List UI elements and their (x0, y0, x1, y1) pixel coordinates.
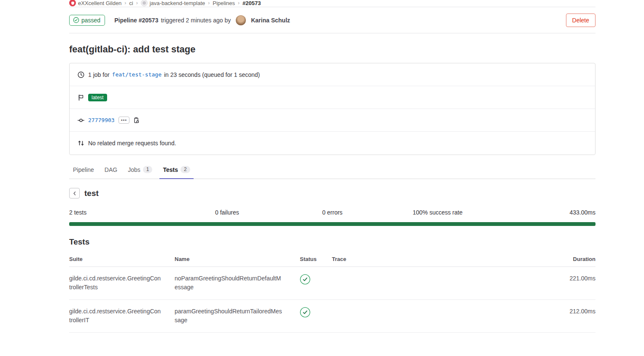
column-header-duration: Duration (541, 256, 595, 262)
suite-name-heading: test (84, 189, 99, 198)
breadcrumb-label: java-backend-template (150, 0, 205, 6)
status-badge[interactable]: passed (69, 15, 105, 26)
breadcrumb-label: Pipelines (213, 0, 235, 6)
tab-label: Pipeline (73, 166, 94, 173)
tests-table: Suite Name Status Trace Duration gilde.c… (69, 249, 595, 333)
column-header-suite: Suite (69, 256, 175, 262)
user-avatar[interactable] (236, 15, 246, 25)
merge-requests-row: No related merge requests found. (70, 132, 595, 155)
group-avatar (69, 0, 76, 6)
status-badge-label: passed (81, 17, 100, 24)
pipeline-tabs: Pipeline DAG Jobs 1 Tests 2 (69, 162, 595, 179)
pipeline-header: passed Pipeline #20573 triggered 2 minut… (69, 7, 595, 33)
author-name[interactable]: Karina Schulz (251, 17, 290, 24)
copy-commit-sha-button[interactable] (133, 117, 140, 124)
test-name-cell: noParamGreetingShouldReturnDefaultMessag… (175, 274, 296, 292)
test-status-cell (296, 274, 332, 285)
clock-icon (78, 71, 84, 78)
breadcrumb-item-group[interactable]: eXXcellent Gilden (69, 0, 121, 6)
breadcrumb-item-project[interactable]: java-backend-template (141, 0, 205, 6)
breadcrumb: eXXcellent Gilden › ci › java-backend-te… (69, 0, 595, 7)
tests-count: 2 tests (69, 209, 175, 216)
chevron-separator-icon: › (208, 0, 210, 6)
tests-section-heading: Tests (69, 237, 595, 247)
latest-badge: latest (88, 94, 107, 101)
jobs-count-badge: 1 (143, 166, 153, 173)
total-duration: 433.00ms (490, 209, 595, 216)
shield-icon (71, 1, 75, 5)
chevron-separator-icon: › (136, 0, 138, 6)
tab-pipeline[interactable]: Pipeline (70, 162, 97, 179)
tab-jobs[interactable]: Jobs 1 (124, 162, 156, 179)
pipeline-summary-text: Pipeline #20573 triggered 2 minutes ago … (114, 15, 290, 25)
expand-commit-button[interactable]: ••• (119, 117, 130, 124)
pipeline-id-label: Pipeline #20573 (114, 17, 158, 24)
test-suite-cell: gilde.ci.cd.restservice.GreetingControll… (69, 274, 175, 292)
breadcrumb-item-pipelines[interactable]: Pipelines (213, 0, 235, 6)
test-summary: 2 tests 0 failures 0 errors 100% success… (69, 209, 595, 216)
errors-count: 0 errors (280, 209, 385, 216)
project-avatar (141, 0, 148, 6)
back-button[interactable] (69, 188, 80, 198)
test-suite-header: test (69, 188, 595, 198)
page-title: feat(gitlab-ci): add test stage (69, 44, 595, 55)
status-passed-icon (300, 307, 310, 318)
test-duration-cell: 221.00ms (541, 274, 595, 283)
tab-label: DAG (105, 166, 117, 173)
column-header-status: Status (296, 256, 332, 262)
table-row[interactable]: gilde.ci.cd.restservice.GreetingControll… (69, 300, 595, 333)
breadcrumb-item-subgroup[interactable]: ci (129, 0, 133, 6)
test-status-cell (296, 307, 332, 318)
commit-row: 27779903 ••• (70, 109, 595, 132)
chevron-left-icon (72, 191, 77, 196)
merge-request-text: No related merge requests found. (88, 140, 176, 147)
breadcrumb-label: eXXcellent Gilden (78, 0, 121, 6)
breadcrumb-item-pipeline-id: #20573 (243, 0, 261, 6)
job-duration-text: in 23 seconds (queued for 1 second) (164, 71, 260, 78)
status-passed-icon (300, 274, 310, 285)
column-header-name: Name (175, 256, 296, 262)
chevron-separator-icon: › (124, 0, 126, 6)
breadcrumb-label: #20573 (243, 0, 261, 6)
latest-row: latest (70, 86, 595, 109)
breadcrumb-label: ci (129, 0, 133, 6)
job-count-text: 1 job for (88, 71, 110, 78)
pipeline-page: eXXcellent Gilden › ci › java-backend-te… (69, 0, 595, 333)
commit-icon (78, 117, 84, 124)
test-name-cell: paramGreetingShouldReturnTailoredMessage (175, 307, 296, 325)
commit-sha-link[interactable]: 27779903 (88, 117, 115, 123)
delete-button[interactable]: Delete (566, 14, 595, 27)
success-rate: 100% success rate (385, 209, 490, 216)
flag-icon (78, 94, 84, 101)
tab-label: Tests (163, 166, 178, 173)
clipboard-icon (133, 117, 140, 124)
test-duration-cell: 212.00ms (541, 307, 595, 316)
job-duration-row: 1 job for feat/test-stage in 23 seconds … (70, 63, 595, 86)
tests-table-header: Suite Name Status Trace Duration (69, 249, 595, 267)
test-suite-cell: gilde.ci.cd.restservice.GreetingControll… (69, 307, 175, 325)
table-row[interactable]: gilde.ci.cd.restservice.GreetingControll… (69, 267, 595, 300)
success-rate-bar (69, 222, 595, 226)
tab-dag[interactable]: DAG (101, 162, 121, 179)
column-header-trace: Trace (332, 256, 541, 262)
tests-count-badge: 2 (181, 166, 190, 173)
failures-count: 0 failures (175, 209, 280, 216)
check-circle-icon (73, 17, 79, 23)
merge-request-icon (78, 140, 84, 147)
branch-link[interactable]: feat/test-stage (112, 71, 162, 78)
tab-tests[interactable]: Tests 2 (159, 162, 193, 179)
chevron-separator-icon: › (238, 0, 240, 6)
tab-label: Jobs (128, 166, 140, 173)
triggered-text: triggered 2 minutes ago by (161, 17, 231, 24)
pipeline-info-box: 1 job for feat/test-stage in 23 seconds … (69, 63, 595, 155)
